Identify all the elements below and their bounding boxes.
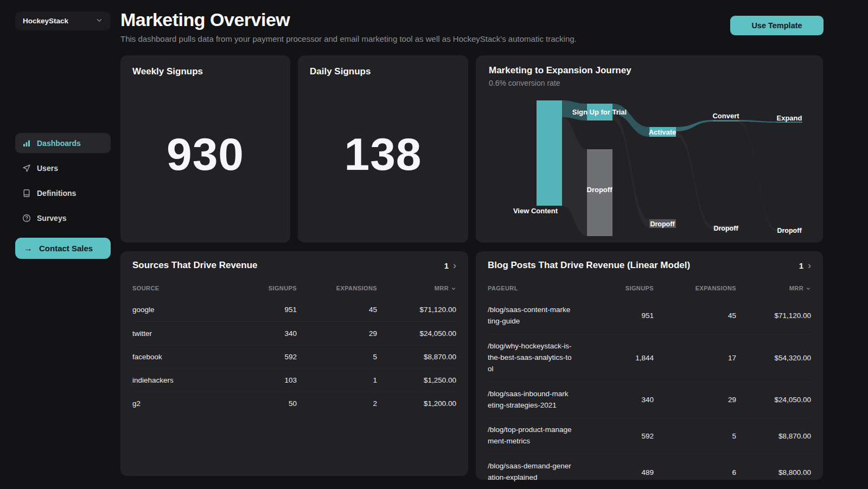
page-number: 1 — [444, 261, 449, 270]
row-key: facebook — [132, 353, 162, 361]
page-title: Marketing Overview — [120, 9, 290, 30]
table-row[interactable]: /blog/saas-inbound-marketing-strategies-… — [488, 382, 811, 418]
cell-value: 5 — [373, 353, 377, 361]
cell-value: 340 — [284, 329, 297, 338]
chevron-down-icon — [95, 16, 103, 26]
cell-value: $8,870.00 — [424, 353, 456, 361]
sankey-node-label: Dropoff — [713, 225, 738, 232]
help-circle-icon — [22, 214, 31, 223]
sankey-node-label: Dropoff — [587, 186, 613, 194]
column-header-signups[interactable]: SIGNUPS — [216, 285, 297, 291]
card-title: Sources That Drive Revenue — [132, 260, 258, 271]
sidebar: HockeyStack Dashboards Users Definitions — [0, 0, 120, 489]
table-body: /blog/saas-content-marketing-guide95145$… — [488, 298, 811, 489]
row-key: /blog/saas-content-marketing-guide — [488, 304, 572, 327]
cell-value: 29 — [728, 396, 736, 404]
page-number: 1 — [799, 261, 803, 270]
table-row[interactable]: indiehackers1031$1,250.00 — [132, 368, 456, 391]
sankey-link — [676, 131, 713, 230]
pagination: 1 › — [799, 261, 811, 270]
column-header-expansions[interactable]: EXPANSIONS — [297, 285, 377, 291]
card-title: Weekly Signups — [132, 66, 278, 77]
cell-value: $8,800.00 — [778, 468, 811, 477]
cell-value: 45 — [369, 306, 377, 314]
sankey-link — [739, 122, 776, 231]
cell-value: 45 — [728, 312, 736, 320]
cell-value: $24,050.00 — [419, 329, 456, 338]
row-key: indiehackers — [132, 376, 174, 384]
cell-value: $1,200.00 — [424, 399, 456, 408]
cell-value: 489 — [641, 468, 654, 477]
next-page-chevron-icon[interactable]: › — [808, 261, 811, 270]
journey-card: Marketing to Expansion Journey 0.6% conv… — [476, 55, 823, 243]
table-row[interactable]: facebook5925$8,870.00 — [132, 345, 456, 368]
use-template-button[interactable]: Use Template — [730, 16, 824, 35]
cell-value: $24,050.00 — [774, 396, 811, 404]
sidebar-item-surveys[interactable]: Surveys — [15, 208, 111, 228]
daily-signups-value: 138 — [344, 128, 422, 181]
sankey-node-label: Activate — [649, 128, 676, 136]
column-header-pageurl[interactable]: PAGEURL — [488, 285, 572, 291]
sort-chevron-icon — [451, 286, 456, 291]
cell-value: 50 — [289, 399, 297, 408]
table-row[interactable]: g2502$1,200.00 — [132, 391, 456, 415]
sort-chevron-icon — [806, 286, 811, 291]
sankey-node[interactable] — [537, 100, 562, 206]
table-row[interactable]: /blog/saas-demand-generation-explained48… — [488, 454, 811, 489]
cell-value: 951 — [641, 312, 654, 320]
weekly-signups-value: 930 — [167, 128, 244, 181]
cell-value: 6 — [732, 468, 736, 477]
blog-posts-card: Blog Posts That Drive Revenue (Linear Mo… — [476, 251, 823, 480]
sidebar-item-users[interactable]: Users — [15, 158, 111, 178]
sidebar-item-definitions[interactable]: Definitions — [15, 183, 111, 203]
sidebar-item-label: Users — [37, 164, 58, 173]
card-title: Blog Posts That Drive Revenue (Linear Mo… — [488, 260, 690, 271]
column-header-signups[interactable]: SIGNUPS — [572, 285, 654, 291]
table-row[interactable]: twitter34029$24,050.00 — [132, 321, 456, 345]
column-header-source[interactable]: SOURCE — [132, 285, 216, 291]
column-header-mrr-sort[interactable]: MRR — [377, 285, 456, 291]
cell-value: 592 — [641, 432, 654, 440]
next-page-chevron-icon[interactable]: › — [453, 261, 456, 270]
contact-sales-button[interactable]: → Contact Sales — [15, 238, 111, 259]
cell-value: 2 — [373, 399, 377, 408]
cell-value: 340 — [641, 396, 654, 404]
sidebar-item-dashboards[interactable]: Dashboards — [15, 133, 111, 153]
sources-card: Sources That Drive Revenue 1 › SOURCE SI… — [120, 251, 468, 476]
sankey-node-label: Dropoff — [650, 220, 675, 228]
sidebar-nav: Dashboards Users Definitions Surveys — [15, 133, 111, 233]
cell-value: $1,250.00 — [424, 376, 456, 384]
column-header-expansions[interactable]: EXPANSIONS — [654, 285, 736, 291]
table-row[interactable]: google95145$71,120.00 — [132, 298, 456, 321]
sankey-link — [562, 117, 587, 236]
arrow-right-icon: → — [24, 244, 33, 253]
row-key: twitter — [132, 329, 152, 338]
row-key: /blog/saas-inbound-marketing-strategies-… — [488, 389, 572, 411]
sankey-node-label: Sign Up for Trial — [572, 108, 627, 116]
daily-signups-card: Daily Signups 138 — [298, 55, 468, 243]
page-subtitle: This dashboard pulls data from your paym… — [120, 34, 577, 43]
table-row[interactable]: /blog/why-hockeystack-is-the-best-saas-a… — [488, 334, 811, 382]
column-header-mrr-sort[interactable]: MRR — [736, 285, 811, 291]
sankey-node-label: Dropoff — [777, 227, 802, 234]
cell-value: 17 — [728, 354, 736, 362]
row-key: g2 — [132, 399, 141, 408]
table-row[interactable]: /blog/top-product-management-metrics5925… — [488, 417, 811, 454]
contact-sales-label: Contact Sales — [39, 244, 93, 253]
cell-value: 103 — [284, 376, 297, 384]
cell-value: $8,870.00 — [778, 432, 811, 440]
sankey-node[interactable] — [713, 120, 739, 122]
sankey-node-label: Expand — [777, 114, 802, 122]
table-row[interactable]: /blog/saas-content-marketing-guide95145$… — [488, 298, 811, 334]
cell-value: 592 — [284, 353, 297, 361]
cell-value: $71,120.00 — [774, 312, 811, 320]
workspace-switcher[interactable]: HockeyStack — [15, 11, 111, 30]
sankey-node-label: View Content — [513, 207, 558, 215]
table-body: google95145$71,120.00twitter34029$24,050… — [132, 298, 456, 415]
row-key: /blog/saas-demand-generation-explained — [488, 461, 572, 484]
weekly-signups-card: Weekly Signups 930 — [120, 55, 290, 243]
book-icon — [22, 189, 31, 198]
sidebar-item-label: Dashboards — [37, 139, 81, 148]
cell-value: 29 — [369, 329, 377, 338]
sidebar-item-label: Surveys — [37, 214, 66, 223]
